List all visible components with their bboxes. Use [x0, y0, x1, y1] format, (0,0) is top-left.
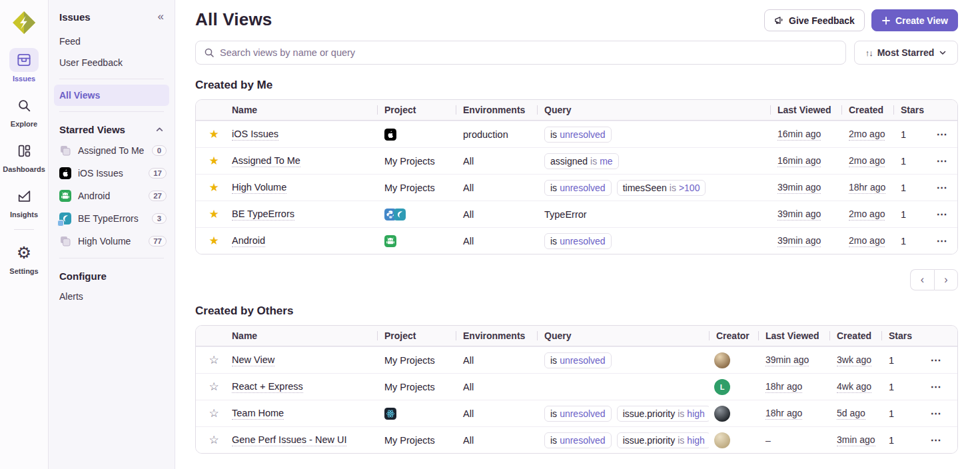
query-token: is: [678, 435, 684, 446]
collapse-sidebar-icon[interactable]: «: [158, 10, 164, 23]
star-toggle[interactable]: ☆: [207, 353, 220, 367]
primary-nav-rail: IssuesExploreDashboardsInsights⚙Settings: [0, 0, 49, 469]
view-name-link[interactable]: Team Home: [232, 408, 284, 420]
sidebar-divider: [59, 258, 164, 258]
rail-item-label: Settings: [9, 267, 38, 275]
query-token: unresolved: [560, 129, 606, 140]
row-menu-button[interactable]: ⋯: [937, 234, 948, 247]
app-root: IssuesExploreDashboardsInsights⚙Settings…: [0, 0, 980, 469]
views-table: NameProjectEnvironmentsQueryCreatorLast …: [195, 325, 958, 454]
issue-count-badge: 0: [152, 145, 167, 156]
query-token: me: [600, 156, 612, 167]
starred-view-android[interactable]: Android27: [49, 185, 175, 207]
row-menu-button[interactable]: ⋯: [937, 208, 948, 221]
table-row[interactable]: ★BE TypeErrorsAllTypeError39min ago2mo a…: [196, 201, 957, 227]
prev-page-button[interactable]: ‹: [910, 269, 934, 290]
last-viewed-value: 39min ago: [777, 209, 821, 221]
star-toggle[interactable]: ★: [207, 181, 220, 195]
table-row[interactable]: ★High VolumeMy ProjectsAllisunresolvedti…: [196, 174, 957, 201]
starred-view-be-typeerrors[interactable]: BE TypeErrors3: [49, 207, 175, 230]
table-row[interactable]: ☆Gene Perf Issues - New UIMy ProjectsAll…: [196, 426, 957, 453]
view-name-link[interactable]: New View: [232, 354, 274, 366]
query-token: timesSeen: [623, 183, 667, 193]
view-name-link[interactable]: Assigned To Me: [232, 155, 300, 167]
query-token: is: [550, 355, 557, 366]
view-name-link[interactable]: BE TypeErrors: [232, 209, 294, 221]
issues-sidebar: Issues « FeedUser FeedbackAll ViewsStarr…: [49, 0, 175, 469]
project-label: My Projects: [384, 183, 435, 193]
view-name-link[interactable]: iOS Issues: [232, 129, 278, 141]
row-menu-button[interactable]: ⋯: [931, 434, 942, 446]
column-header-environments: Environments: [456, 330, 537, 341]
row-menu-button[interactable]: ⋯: [931, 354, 942, 366]
next-page-button[interactable]: ›: [934, 269, 958, 290]
stars-count: 1: [889, 408, 894, 419]
rail-item-dashboards[interactable]: Dashboards: [0, 139, 48, 173]
query-token: unresolved: [560, 408, 606, 419]
view-name-link[interactable]: React + Express: [232, 381, 303, 393]
starred-view-high-volume[interactable]: High Volume77: [49, 230, 175, 252]
row-menu-button[interactable]: ⋯: [937, 128, 948, 141]
sidebar-item-feed[interactable]: Feed: [49, 31, 175, 52]
query-chip: timesSeenis>100: [617, 180, 706, 196]
creator-avatar: [714, 432, 730, 448]
create-view-button[interactable]: Create View: [871, 9, 958, 31]
toolbar: ↑↓ Most Starred: [195, 41, 958, 65]
rail-item-issues[interactable]: Issues: [0, 48, 48, 83]
view-name-link[interactable]: Gene Perf Issues - New UI: [232, 434, 346, 446]
rail-item-insights[interactable]: Insights: [0, 184, 48, 219]
star-toggle[interactable]: ☆: [207, 433, 220, 447]
row-menu-button[interactable]: ⋯: [937, 181, 948, 194]
sidebar-item-alerts[interactable]: Alerts: [49, 286, 175, 307]
table-row[interactable]: ☆New ViewMy ProjectsAllisunresolved39min…: [196, 346, 957, 373]
query-token: high: [687, 435, 704, 446]
query-chip: issue.priorityishigh: [617, 406, 709, 422]
table-row[interactable]: ☆React + ExpressMy ProjectsAllL18hr ago4…: [196, 373, 957, 400]
starred-view-assigned-to-me[interactable]: Assigned To Me0: [49, 139, 175, 162]
search-input[interactable]: [220, 47, 837, 58]
star-toggle[interactable]: ☆: [207, 380, 220, 394]
table-row[interactable]: ★iOS Issuesproductionisunresolved16min a…: [196, 121, 957, 147]
column-header-query: Query: [537, 105, 770, 115]
view-name-link[interactable]: High Volume: [232, 182, 286, 194]
query-chip: isunresolved: [544, 406, 612, 422]
query-token: is: [550, 435, 557, 446]
column-header-created: Created: [841, 105, 893, 115]
star-toggle[interactable]: ★: [207, 127, 220, 141]
created-value: 3wk ago: [837, 354, 871, 366]
rail-divider: [14, 229, 34, 230]
view-name-link[interactable]: Android: [232, 235, 265, 247]
stacked-projects-icon: [59, 235, 71, 247]
created-value: 18hr ago: [849, 182, 885, 194]
rail-item-explore[interactable]: Explore: [0, 93, 48, 128]
row-menu-button[interactable]: ⋯: [931, 407, 942, 420]
query-token: issue.priority: [623, 435, 676, 446]
starred-views-header[interactable]: Starred Views: [49, 117, 175, 139]
sentry-logo[interactable]: [9, 7, 39, 39]
sidebar-item-user-feedback[interactable]: User Feedback: [49, 52, 175, 73]
row-menu-button[interactable]: ⋯: [931, 380, 942, 393]
column-header-last-viewed: Last Viewed: [758, 330, 829, 341]
column-header-project: Project: [377, 330, 456, 341]
sidebar-item-all-views[interactable]: All Views: [54, 85, 169, 106]
issues-box-icon: [15, 51, 33, 69]
stars-count: 1: [889, 435, 894, 446]
give-feedback-button[interactable]: Give Feedback: [764, 9, 865, 31]
button-label: Give Feedback: [789, 15, 855, 26]
table-row[interactable]: ☆Team HomeAllisunresolvedissue.priorityi…: [196, 400, 957, 426]
table-row[interactable]: ★AndroidAllisunresolved39min ago2mo ago1…: [196, 227, 957, 254]
sort-button[interactable]: ↑↓ Most Starred: [854, 41, 958, 65]
configure-header: Configure: [49, 264, 175, 286]
row-menu-button[interactable]: ⋯: [937, 155, 948, 167]
views-table: NameProjectEnvironmentsQueryLast ViewedC…: [195, 99, 958, 254]
star-toggle[interactable]: ★: [207, 234, 220, 248]
starred-view-ios-issues[interactable]: iOS Issues17: [49, 162, 175, 185]
star-toggle[interactable]: ☆: [207, 406, 220, 420]
star-toggle[interactable]: ★: [207, 154, 220, 168]
star-toggle[interactable]: ★: [207, 207, 220, 221]
query-token: unresolved: [560, 183, 606, 193]
table-row[interactable]: ★Assigned To MeMy ProjectsAllassignedism…: [196, 147, 957, 174]
android-icon: [59, 190, 71, 202]
column-header-created: Created: [829, 330, 881, 341]
rail-item-settings[interactable]: ⚙Settings: [0, 240, 48, 275]
